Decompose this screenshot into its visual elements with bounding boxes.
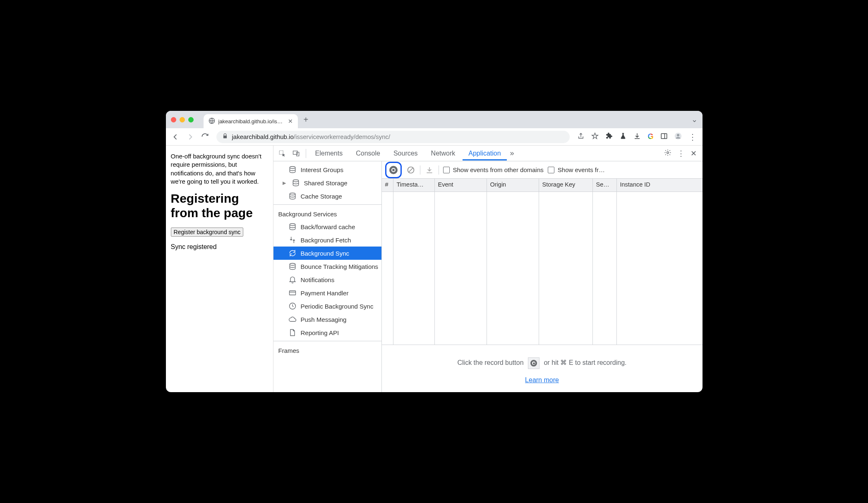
svg-point-10 [290,193,295,195]
sidebar-item-label: Reporting API [301,329,339,336]
minimize-window-button[interactable] [180,117,185,122]
col-event[interactable]: Event [435,179,487,192]
sidebar-item-bounce-tracking[interactable]: Bounce Tracking Mitigations [273,260,381,273]
empty-state: Click the record button or hit ⌘ E to st… [382,345,703,392]
sidebar-item-label: Interest Groups [301,166,343,173]
register-sync-button[interactable]: Register background sync [171,228,244,237]
device-toggle-icon[interactable] [290,150,302,157]
sidebar-item-bg-sync[interactable]: Background Sync [273,247,381,260]
profile-icon[interactable] [674,132,682,141]
tab-application[interactable]: Application [463,146,506,160]
record-icon [528,357,540,369]
omnibox[interactable]: jakearchibald.github.io/isserviceworkerr… [216,131,570,143]
col-timestamp[interactable]: Timesta… [393,179,435,192]
col-index[interactable]: # [382,179,393,192]
tab-sources[interactable]: Sources [388,146,424,160]
sidebar-item-cache-storage[interactable]: Cache Storage [273,189,381,203]
database-icon [288,223,297,231]
sidebar-item-label: Back/forward cache [301,223,355,230]
close-window-button[interactable] [171,117,176,122]
sidebar-item-notifications[interactable]: Notifications [273,273,381,286]
sidebar-item-payment-handler[interactable]: Payment Handler [273,286,381,299]
checkbox-other-partitions[interactable]: Show events fr… [548,166,605,173]
back-button[interactable] [169,131,182,143]
settings-icon[interactable] [664,149,671,158]
col-sw-scope[interactable]: Se… [593,179,617,192]
col-instance-id[interactable]: Instance ID [617,179,703,192]
background-sync-panel: Show events from other domains Show even… [382,161,703,392]
close-tab-icon[interactable]: ✕ [288,118,293,125]
record-button-highlight [385,162,402,178]
sidebar-item-reporting-api[interactable]: Reporting API [273,326,381,339]
intro-paragraph: One-off background sync doesn't require … [171,152,268,186]
new-tab-button[interactable]: + [304,115,309,125]
devtools: Elements Console Sources Network Applica… [273,146,703,392]
svg-rect-1 [661,134,667,139]
database-icon [288,192,297,200]
tab-strip: jakearchibald.github.io/isservic ✕ + ⌄ [166,111,703,128]
sidebar-item-label: Shared Storage [304,180,348,187]
col-origin[interactable]: Origin [487,179,539,192]
download-icon[interactable] [633,132,641,141]
svg-point-3 [677,134,679,136]
sidebar-item-label: Payment Handler [301,290,349,297]
menu-icon[interactable]: ⋮ [688,132,697,142]
tab-network[interactable]: Network [425,146,461,160]
svg-point-12 [290,263,295,266]
checkbox-icon[interactable] [548,167,554,173]
sidebar-item-shared-storage[interactable]: ▶ Shared Storage [273,176,381,189]
sidebar-section-title: Background Services [273,206,381,220]
checkbox-icon[interactable] [443,167,450,173]
database-icon [292,179,300,187]
database-icon [288,165,297,174]
cloud-icon [288,315,297,323]
lab-icon[interactable] [619,132,627,141]
extensions-icon[interactable] [605,132,613,141]
sidebar-item-bfcache[interactable]: Back/forward cache [273,220,381,233]
sidebar-item-label: Notifications [301,276,335,283]
checkbox-other-domains[interactable]: Show events from other domains [443,166,544,173]
clock-icon [288,302,297,310]
learn-more-link[interactable]: Learn more [525,376,559,384]
save-icon[interactable] [424,165,434,175]
reload-button[interactable] [199,131,211,143]
sidebar-item-bg-fetch[interactable]: Background Fetch [273,233,381,247]
sidebar-item-label: Background Sync [301,250,350,257]
inspect-icon[interactable] [276,150,288,157]
col-storage-key[interactable]: Storage Key [539,179,593,192]
record-button[interactable] [389,166,398,174]
more-tabs-icon[interactable]: » [510,149,514,158]
svg-point-7 [667,151,669,153]
status-text: Sync registered [171,242,268,252]
svg-point-9 [293,180,298,182]
tab-elements[interactable]: Elements [309,146,349,160]
sidebar-item-periodic-sync[interactable]: Periodic Background Sync [273,299,381,313]
tabs-dropdown-icon[interactable]: ⌄ [691,115,698,124]
window-controls [171,117,204,122]
table-body [382,192,703,345]
forward-button[interactable] [184,131,197,143]
sidebar-item-label: Periodic Background Sync [301,303,374,310]
expand-icon[interactable]: ▶ [283,180,288,186]
fetch-icon [288,236,297,244]
close-devtools-icon[interactable]: ✕ [691,149,697,158]
sidebar-section-frames: Frames [273,343,381,354]
sidebar-item-label: Push Messaging [301,316,347,323]
maximize-window-button[interactable] [188,117,194,122]
url-text: jakearchibald.github.io/isserviceworkerr… [232,133,391,140]
svg-point-8 [290,167,295,169]
share-icon[interactable] [577,132,585,141]
clear-icon[interactable] [406,165,416,175]
tab-console[interactable]: Console [350,146,386,160]
globe-icon [209,117,215,125]
browser-window: jakearchibald.github.io/isservic ✕ + ⌄ j… [166,111,703,392]
database-icon [288,262,297,271]
sidepanel-icon[interactable] [660,132,668,141]
browser-tab[interactable]: jakearchibald.github.io/isservic ✕ [204,114,298,128]
kebab-icon[interactable]: ⋮ [677,149,685,158]
sidebar-item-interest-groups[interactable]: Interest Groups [273,163,381,176]
tab-title: jakearchibald.github.io/isservic [218,118,285,125]
star-icon[interactable] [591,132,599,141]
google-icon[interactable]: G [647,132,653,141]
sidebar-item-push-messaging[interactable]: Push Messaging [273,313,381,326]
